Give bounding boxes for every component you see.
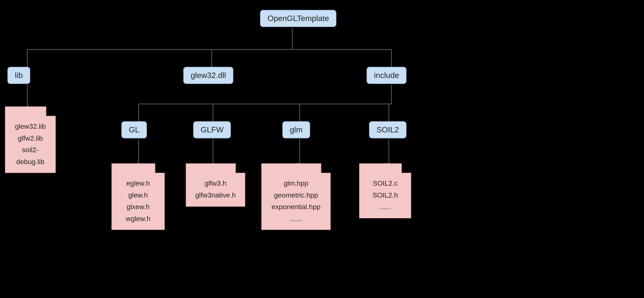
GL-file-node: eglew.h glew.h glxew.h wglew.h <box>112 163 165 230</box>
connector-lines <box>0 0 644 298</box>
GLFW-file-node: glfw3.h glfw3native.h <box>186 163 245 207</box>
SOIL2-file-label: SOIL2.c SOIL2.h ...... <box>364 177 406 213</box>
root-node: OpenGLTemplate <box>260 10 336 27</box>
SOIL2-folder-node: SOIL2 <box>369 121 406 138</box>
lib-folder-node: lib <box>8 67 30 84</box>
lib-file-label: glew32.lib glfw2.lib soil2- debug.lib <box>10 121 50 168</box>
GLFW-file-label: glfw3.h glfw3native.h <box>191 177 240 201</box>
glm-file-node: glm.hpp geometric.hpp exponential.hpp ..… <box>261 163 331 230</box>
glew32dll-node: glew32.dll <box>183 67 233 84</box>
GL-folder-node: GL <box>121 121 147 138</box>
SOIL2-file-node: SOIL2.c SOIL2.h ...... <box>359 163 411 218</box>
GL-file-label: eglew.h glew.h glxew.h wglew.h <box>117 177 159 225</box>
glm-file-label: glm.hpp geometric.hpp exponential.hpp ..… <box>267 177 325 225</box>
glm-folder-node: glm <box>282 121 310 138</box>
lib-file-node: glew32.lib glfw2.lib soil2- debug.lib <box>5 106 56 173</box>
GLFW-folder-node: GLFW <box>193 121 231 138</box>
include-folder-node: include <box>366 67 406 84</box>
